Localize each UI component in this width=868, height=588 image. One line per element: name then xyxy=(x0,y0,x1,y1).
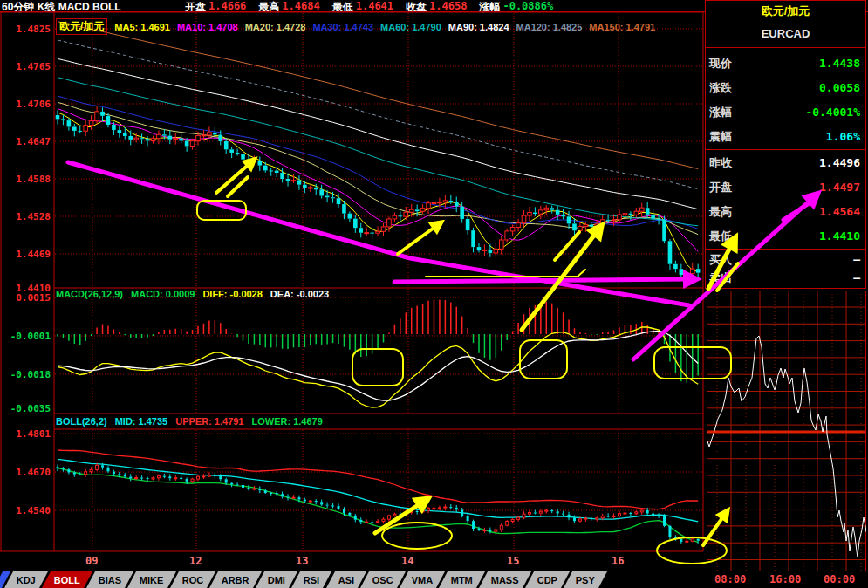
tab-psy[interactable]: PSY xyxy=(564,571,607,588)
boll-legend-title: BOLL(26,2) xyxy=(56,416,107,427)
price-axis-label: 1.4647 xyxy=(2,136,51,147)
date-axis-label: 12 xyxy=(189,555,202,567)
quote-row-last-price: 现价1.4438 xyxy=(709,51,862,76)
quote-row-change: 涨跌0.0058 xyxy=(709,76,862,100)
quote-row-value: — xyxy=(853,269,860,287)
tab-label: ARBR xyxy=(222,575,249,585)
tab-mike[interactable]: MIKE xyxy=(127,571,176,588)
quote-row-value: 1.4410 xyxy=(819,224,860,249)
main-chart-legend: 欧元/加元 MA5: 1.4691MA10: 1.4708MA20: 1.472… xyxy=(56,18,655,35)
macd-legend: MACD(26,12,9)MACD: 0.0009DIFF: -0.0028DE… xyxy=(56,289,329,299)
tab-asi[interactable]: ASI xyxy=(325,571,366,588)
price-axis-label: 1.4765 xyxy=(2,61,51,72)
indicator-tab-bar: KDJBOLLBIASMIKEROCARBRDMIRSIASIOSCVMAMTM… xyxy=(0,571,712,588)
boll-legend: BOLL(26,2)MID: 1.4735UPPER: 1.4791LOWER:… xyxy=(56,416,323,427)
instrument-label: 欧元/加元 xyxy=(56,18,107,35)
tab-roc[interactable]: ROC xyxy=(170,571,216,588)
divider-line xyxy=(706,47,865,48)
tab-label: MTM xyxy=(451,575,473,585)
tab-cdp[interactable]: CDP xyxy=(525,571,570,588)
time-axis-label: 00:00 xyxy=(824,573,855,585)
ma-legend-item-2: MA20: 1.4728 xyxy=(245,22,306,32)
boll-axis-label: 1.4670 xyxy=(2,467,51,478)
quote-row-label: 最低 xyxy=(709,224,732,249)
tab-boll[interactable]: BOLL xyxy=(42,571,92,588)
divider-line xyxy=(706,249,865,250)
ma-legend-item-0: MA5: 1.4691 xyxy=(114,22,170,32)
macd-axis-label: -0.0035 xyxy=(2,403,51,414)
quote-row-label: 涨幅 xyxy=(709,100,732,125)
quote-row-label: 现价 xyxy=(709,51,732,76)
tab-label: BIAS xyxy=(99,575,121,585)
quote-row-low: 最低1.4410 xyxy=(709,224,862,249)
macd-axis-label: -0.0001 xyxy=(2,331,51,342)
quote-row-value: 1.06% xyxy=(826,125,860,149)
ma-legend-item-6: MA120: 1.4825 xyxy=(516,22,583,32)
quote-row-value: — xyxy=(853,250,860,269)
tab-kdj[interactable]: KDJ xyxy=(4,571,48,588)
boll-axis-label: 1.4540 xyxy=(2,505,51,516)
tab-arbr[interactable]: ARBR xyxy=(209,571,262,588)
boll-legend-item-0: MID: 1.4735 xyxy=(115,416,168,427)
quote-row-prev-close: 昨收1.4496 xyxy=(709,151,862,175)
quote-row-ask: 卖出— xyxy=(709,269,862,287)
tab-label: ASI xyxy=(338,575,354,585)
tab-bias[interactable]: BIAS xyxy=(86,571,133,588)
quote-row-value: -0.4001% xyxy=(805,100,860,125)
quote-panel: 欧元/加元 EURCAD 现价1.4438涨跌0.0058涨幅-0.4001%震… xyxy=(705,0,866,289)
tab-label: DMI xyxy=(268,575,285,585)
quote-row-label: 开盘 xyxy=(709,175,732,200)
quote-row-value: 1.4496 xyxy=(819,151,860,175)
quote-row-label: 买入 xyxy=(709,250,732,269)
quote-instrument-cn: 欧元/加元 xyxy=(706,3,865,19)
quote-row-value: 0.0058 xyxy=(819,76,860,100)
quote-row-label: 卖出 xyxy=(709,269,732,287)
ma-legend-item-1: MA10: 1.4708 xyxy=(177,22,238,32)
quote-row-open: 开盘1.4497 xyxy=(709,175,862,200)
date-axis-label: 13 xyxy=(296,555,308,567)
ma-legend-item-3: MA30: 1.4743 xyxy=(312,22,373,32)
price-axis-label: 1.4469 xyxy=(2,249,51,260)
tab-label: RSI xyxy=(304,575,319,585)
quote-row-label: 震幅 xyxy=(709,125,732,149)
tab-label: MIKE xyxy=(140,575,164,585)
price-axis-label: 1.4825 xyxy=(2,24,51,35)
quote-row-bid: 买入— xyxy=(709,250,862,269)
tab-label: ROC xyxy=(182,575,203,585)
tab-label: BOLL xyxy=(54,575,80,585)
ma-legend-item-7: MA150: 1.4791 xyxy=(589,22,655,32)
tab-label: MASS xyxy=(491,575,519,585)
quote-row-change-pct: 涨幅-0.4001% xyxy=(709,100,862,125)
price-axis-label: 1.4588 xyxy=(2,174,51,185)
quote-row-value: 1.4564 xyxy=(819,200,860,224)
macd-legend-item-2: DEA: -0.0023 xyxy=(270,289,329,299)
macd-legend-item-1: DIFF: -0.0028 xyxy=(202,289,262,299)
date-axis-label: 14 xyxy=(401,555,413,567)
quote-row-high: 最高1.4564 xyxy=(709,200,862,224)
tab-osc[interactable]: OSC xyxy=(360,571,406,588)
intraday-mini-chart[interactable] xyxy=(707,291,866,571)
quote-row-amplitude: 震幅1.06% xyxy=(709,125,862,149)
date-axis-label: 16 xyxy=(612,555,624,567)
trading-app-window: 60分钟 K线 MACD BOLL 开盘1.4666最高1.4684最低1.46… xyxy=(0,0,868,588)
macd-legend-title: MACD(26,12,9) xyxy=(56,289,123,299)
tab-label: KDJ xyxy=(17,575,36,585)
ma-legend-item-5: MA90: 1.4824 xyxy=(448,22,509,32)
price-axis-label: 1.4706 xyxy=(2,99,51,110)
tab-rsi[interactable]: RSI xyxy=(291,571,331,588)
quote-row-value: 1.4497 xyxy=(819,175,860,200)
tab-label: CDP xyxy=(537,575,557,585)
quote-row-label: 涨跌 xyxy=(709,76,732,100)
ma-legend-item-4: MA60: 1.4790 xyxy=(380,22,441,32)
divider-line xyxy=(706,149,865,150)
boll-axis-label: 1.4801 xyxy=(2,428,51,440)
boll-legend-item-1: UPPER: 1.4791 xyxy=(175,416,243,427)
tab-mtm[interactable]: MTM xyxy=(439,571,485,588)
tab-vma[interactable]: VMA xyxy=(400,571,446,588)
price-axis-label: 1.4528 xyxy=(2,211,51,222)
tab-mass[interactable]: MASS xyxy=(479,571,531,588)
time-axis-label: 08:00 xyxy=(714,573,746,585)
macd-legend-item-0: MACD: 0.0009 xyxy=(131,289,195,299)
quote-row-value: 1.4438 xyxy=(819,51,860,76)
time-axis-label: 16:00 xyxy=(769,573,801,585)
